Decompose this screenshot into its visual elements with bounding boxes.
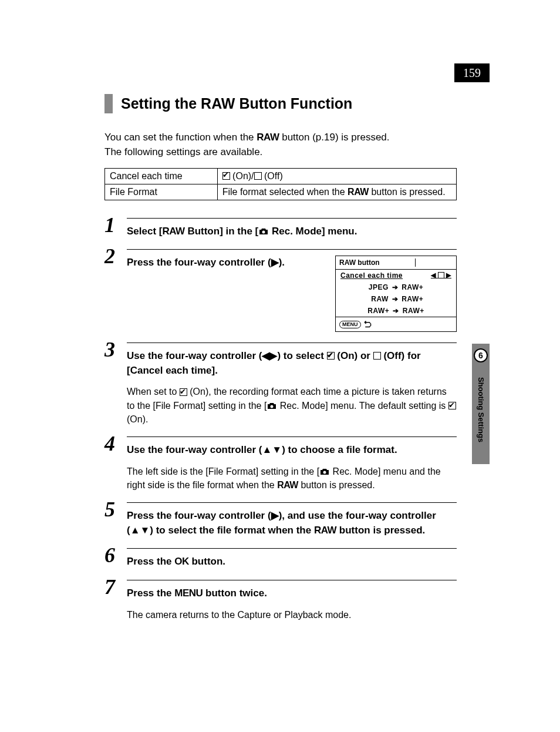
t: Select [ bbox=[127, 226, 162, 237]
settings-table: Cancel each time (On)/ (Off) File Format… bbox=[104, 168, 457, 200]
t: Press the four-way controller ( bbox=[127, 257, 271, 268]
step-body: Press the four-way controller (▶). RAW b… bbox=[127, 249, 457, 332]
t: Rec. Mode] menu. bbox=[269, 226, 357, 237]
step-number: 3 bbox=[104, 339, 127, 360]
svg-point-2 bbox=[323, 471, 326, 474]
lcd-cancel-row: Cancel each time ◀ ▶ bbox=[336, 270, 456, 281]
lcd-title: RAW button bbox=[339, 258, 416, 267]
checkbox-on-icon bbox=[222, 172, 230, 180]
cell-cancel-value: (On)/ (Off) bbox=[217, 168, 456, 184]
page-number: 159 bbox=[454, 63, 490, 82]
step-number: 4 bbox=[104, 433, 127, 454]
on-text: (On)/ bbox=[230, 171, 254, 181]
checkbox-on-icon bbox=[448, 402, 456, 409]
t: The left side is the [File Format] setti… bbox=[127, 466, 319, 476]
lcd-arrows: ◀ ▶ bbox=[431, 271, 451, 280]
step-description: The camera returns to the Capture or Pla… bbox=[127, 608, 457, 622]
step-body: Use the four-way controller (▲▼) to choo… bbox=[127, 436, 457, 492]
step-title: Press the MENU button twice. bbox=[127, 586, 457, 601]
intro-text: You can set the function when the RAW bu… bbox=[104, 130, 457, 160]
ff-a: File format selected when the bbox=[222, 187, 348, 197]
step-body: Press the MENU button twice. The camera … bbox=[127, 580, 457, 622]
t: (On) or bbox=[335, 350, 373, 361]
t: ) to select bbox=[277, 350, 326, 361]
updown-arrow-icon: ▲▼ bbox=[130, 525, 150, 536]
ff-b: button is pressed. bbox=[369, 187, 446, 197]
t: button. bbox=[189, 556, 225, 567]
lcd-menu-row: MENU ⮌ bbox=[336, 317, 456, 331]
t: Press the bbox=[127, 556, 174, 567]
right-arrow-icon: ➔ bbox=[392, 295, 399, 303]
heading-row: Setting the RAW Button Function bbox=[104, 94, 457, 113]
menu-pill: MENU bbox=[339, 321, 361, 328]
lcd-format-row: JPEG➔RAW+ bbox=[336, 281, 456, 293]
t: Press the four-way controller ( bbox=[127, 510, 271, 521]
cell-fileformat-value: File format selected when the RAW button… bbox=[217, 184, 456, 200]
step-description: When set to (On), the recording format e… bbox=[127, 385, 457, 426]
t: When set to bbox=[127, 387, 180, 397]
raw-label: RAW bbox=[162, 226, 184, 237]
checkbox-on-icon bbox=[327, 352, 335, 360]
step-title: Press the four-way controller (▶). bbox=[127, 256, 325, 270]
lcd-title-row: RAW button bbox=[336, 256, 456, 270]
t: ). bbox=[279, 257, 285, 268]
step-title: Use the four-way controller (▲▼) to choo… bbox=[127, 443, 457, 458]
svg-point-1 bbox=[271, 405, 274, 408]
checkbox-on-icon bbox=[180, 388, 187, 396]
table-row: Cancel each time (On)/ (Off) bbox=[105, 168, 457, 184]
page-title: Setting the RAW Button Function bbox=[121, 94, 352, 113]
intro-line-2: The following settings are available. bbox=[104, 146, 262, 157]
t: button is pressed. bbox=[336, 525, 425, 536]
t: button is pressed. bbox=[298, 480, 375, 490]
right-arrow-icon: ➔ bbox=[393, 307, 399, 315]
intro-part-b: button (p.19) is pressed. bbox=[279, 132, 389, 143]
cell-fileformat-label: File Format bbox=[105, 184, 218, 200]
step-6: 6 Press the OK button. bbox=[104, 548, 457, 569]
step-2: 2 Press the four-way controller (▶). RAW… bbox=[104, 249, 457, 332]
step-body: Select [RAW Button] in the [ Rec. Mode] … bbox=[127, 218, 457, 239]
lcd-format-row: RAW➔RAW+ bbox=[336, 293, 456, 305]
t: RAW+ bbox=[402, 295, 423, 303]
camera-icon bbox=[266, 402, 277, 410]
right-arrow-icon: ▶ bbox=[271, 257, 279, 268]
step-4: 4 Use the four-way controller (▲▼) to ch… bbox=[104, 436, 457, 492]
t: Use the four-way controller ( bbox=[127, 444, 262, 455]
step-number: 6 bbox=[104, 545, 127, 566]
step-number: 7 bbox=[104, 576, 127, 597]
t: ) to choose a file format. bbox=[282, 444, 397, 455]
heading-bar bbox=[104, 94, 113, 113]
camera-icon bbox=[319, 468, 330, 476]
t: Button] in the [ bbox=[185, 226, 259, 237]
step-title: Use the four-way controller (◀▶) to sele… bbox=[127, 349, 457, 378]
right-arrow-icon: ▶ bbox=[271, 510, 279, 521]
t: Use the four-way controller ( bbox=[127, 350, 262, 361]
step-description: The left side is the [File Format] setti… bbox=[127, 465, 457, 492]
t: RAW bbox=[369, 295, 389, 303]
t: JPEG bbox=[369, 283, 389, 291]
right-arrow-icon: ➔ bbox=[392, 283, 399, 291]
t: button twice. bbox=[203, 587, 267, 599]
checkbox-off-icon bbox=[254, 172, 262, 180]
t: Press the bbox=[127, 587, 174, 599]
step-3: 3 Use the four-way controller (◀▶) to se… bbox=[104, 343, 457, 426]
t: Rec. Mode] menu. The default setting is bbox=[277, 401, 448, 411]
t: ) to select the file format when the bbox=[150, 525, 314, 536]
lcd-format-row: RAW+➔RAW+ bbox=[336, 305, 456, 317]
raw-label: RAW bbox=[257, 132, 279, 143]
ok-label: OK bbox=[174, 556, 189, 567]
step-number: 1 bbox=[104, 214, 127, 236]
cell-cancel-label: Cancel each time bbox=[105, 168, 218, 184]
step-body: Press the four-way controller (▶), and u… bbox=[127, 502, 457, 538]
chapter-label: Shooting Settings bbox=[477, 369, 485, 451]
step-5: 5 Press the four-way controller (▶), and… bbox=[104, 502, 457, 538]
t: RAW+ bbox=[367, 307, 389, 315]
raw-label: RAW bbox=[277, 480, 298, 490]
raw-label: RAW bbox=[314, 525, 336, 536]
step-number: 2 bbox=[104, 246, 127, 267]
step-1: 1 Select [RAW Button] in the [ Rec. Mode… bbox=[104, 218, 457, 239]
t: RAW+ bbox=[402, 283, 423, 291]
step-body: Use the four-way controller (◀▶) to sele… bbox=[127, 343, 457, 426]
intro-part-a: You can set the function when the bbox=[104, 132, 257, 143]
chapter-number-badge: 6 bbox=[474, 348, 488, 362]
checkbox-off-icon bbox=[373, 352, 381, 360]
